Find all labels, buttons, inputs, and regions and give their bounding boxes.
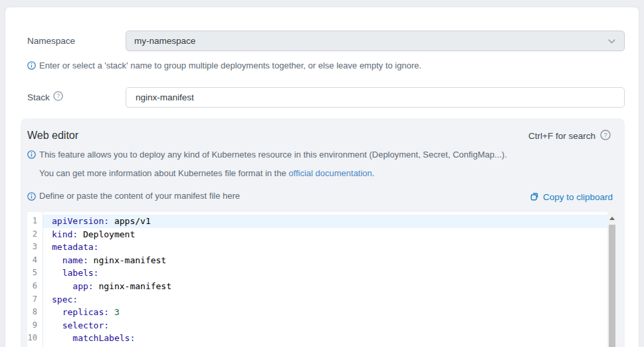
line-number: 4 [27, 254, 43, 267]
stack-row: Stack ? [27, 87, 625, 108]
namespace-hint-row: Enter or select a 'stack' name to group … [27, 60, 639, 72]
code-line[interactable]: labels: [43, 267, 607, 280]
define-row: Define or paste the content of your mani… [27, 191, 613, 203]
web-editor-title: Web editor [27, 130, 78, 142]
namespace-select-value: my-namespace [134, 36, 195, 46]
namespace-row: Namespace my-namespace [27, 31, 625, 51]
info-circle-icon [27, 150, 36, 162]
line-number: 3 [27, 241, 43, 254]
editor-gutter: 1234567891011 [27, 212, 43, 347]
line-number: 8 [27, 306, 43, 319]
line-number: 6 [27, 280, 43, 293]
code-line[interactable]: app: nginx-manifest [43, 280, 607, 293]
copy-to-clipboard-label: Copy to clipboard [543, 192, 613, 202]
triangle-up-icon [609, 217, 615, 220]
code-line[interactable]: matchLabels: [43, 332, 607, 345]
code-line[interactable]: selector: [43, 319, 607, 332]
line-number: 1 [27, 215, 43, 228]
info-circle-icon [27, 61, 36, 72]
question-circle-icon[interactable]: ? [53, 91, 63, 103]
define-hint-text: Define or paste the content of your mani… [39, 191, 240, 201]
info-text-2-suffix: . [372, 168, 375, 178]
web-editor-header: Web editor Ctrl+F for search ? [27, 130, 616, 142]
editor-code[interactable]: apiVersion: apps/v1kind: Deploymentmetad… [43, 212, 607, 347]
line-number: 9 [27, 319, 43, 332]
info-circle-icon [27, 192, 36, 203]
info-text-2: You can get more information about Kuber… [27, 168, 616, 179]
scrollbar-thumb[interactable] [609, 225, 615, 347]
code-line[interactable]: spec: [43, 293, 607, 306]
info-text-1: This feature allows you to deploy any ki… [39, 150, 507, 160]
code-line[interactable]: apiVersion: apps/v1 [43, 215, 607, 228]
copy-to-clipboard-button[interactable]: Copy to clipboard [529, 191, 613, 203]
svg-text:?: ? [56, 92, 60, 99]
namespace-label: Namespace [27, 36, 126, 46]
code-line[interactable]: replicas: 3 [43, 306, 607, 319]
stack-label: Stack ? [27, 91, 126, 103]
question-circle-icon[interactable]: ? [600, 130, 611, 142]
search-hint-text: Ctrl+F for search [528, 131, 595, 141]
namespace-hint-text: Enter or select a 'stack' name to group … [39, 60, 421, 71]
deploy-form-card: Namespace my-namespace Enter or select a… [5, 7, 639, 347]
chevron-down-icon [606, 36, 617, 49]
code-line[interactable]: kind: Deployment [43, 228, 607, 241]
line-number: 10 [27, 332, 43, 345]
line-number: 2 [27, 228, 43, 241]
editor-scrollbar[interactable] [607, 212, 616, 347]
define-hint: Define or paste the content of your mani… [27, 191, 240, 203]
namespace-select[interactable]: my-namespace [126, 31, 625, 51]
scrollbar-up-button[interactable] [607, 212, 616, 224]
web-editor-section: Web editor Ctrl+F for search ? This feat… [21, 118, 625, 347]
official-documentation-link[interactable]: official documentation [288, 168, 372, 178]
code-line[interactable]: metadata: [43, 241, 607, 254]
search-hint: Ctrl+F for search ? [528, 130, 611, 142]
stack-input[interactable] [126, 87, 625, 108]
stack-label-text: Stack [27, 92, 50, 102]
info-text-2-prefix: You can get more information about Kuber… [39, 168, 288, 178]
yaml-editor[interactable]: 1234567891011 apiVersion: apps/v1kind: D… [27, 212, 616, 347]
copy-icon [529, 191, 540, 203]
line-number: 5 [27, 267, 43, 280]
web-editor-info: This feature allows you to deploy any ki… [27, 150, 616, 179]
svg-text:?: ? [603, 132, 607, 138]
line-number: 7 [27, 293, 43, 306]
code-line[interactable]: name: nginx-manifest [43, 254, 607, 267]
